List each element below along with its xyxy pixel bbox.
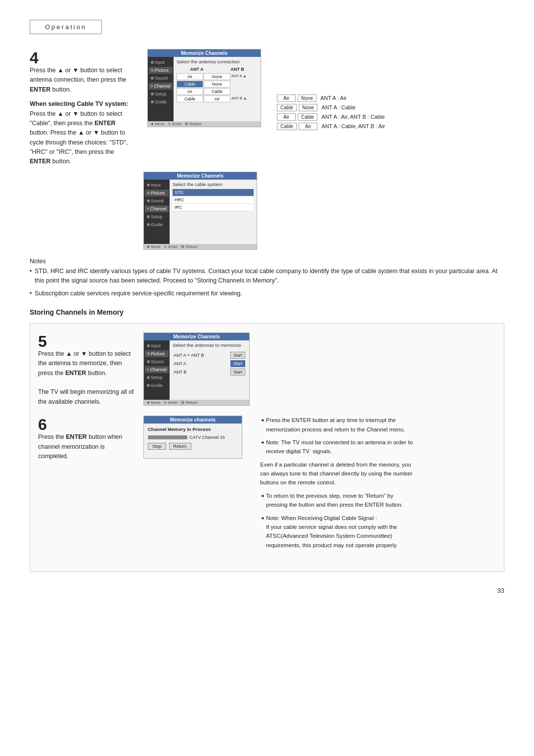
return-button[interactable]: Return — [169, 443, 191, 450]
tv-sidebar-5: Input Picture Sound Channel Setup Guide — [144, 340, 170, 400]
side-table-row-4: Cable Air ANT A : Cable, ANT B : Air — [277, 123, 385, 130]
right-note-5: Note: When Receiving Digital Cable Signa… — [260, 514, 413, 550]
progress-bar — [148, 435, 187, 439]
notes-item-2: Subscription cable services require serv… — [30, 289, 504, 298]
notes-item-1: STD, HRC and IRC identify various types … — [30, 267, 504, 286]
tv-footer-1: ◄ Move ⊙ Enter ⊞ Return — [148, 121, 261, 127]
right-note-2: Note: The TV must be connected to an ant… — [260, 438, 413, 456]
step4-number: 4 — [30, 50, 138, 66]
side-table: Air None ANT A : Air Cable None ANT A : … — [277, 94, 385, 130]
step4-cable-header: When selecting Cable TV system: — [30, 99, 129, 109]
right-notes: Press the ENTER button at any time to in… — [260, 416, 413, 554]
step4-section: 4 Press the ▲ or ▼ button to select ante… — [30, 49, 504, 250]
right-note-4: To return to the previous step, move to … — [260, 491, 413, 510]
tv-sidebar-2: Input Picture Sound Channel Setup Guide — [144, 180, 170, 244]
tv-screen-2: Memorize Channels Input Picture Sound Ch… — [143, 172, 257, 250]
step5-number: 5 — [38, 333, 134, 349]
page-number: 33 — [30, 587, 504, 594]
right-note-3: Even if a particular channel is deleted … — [260, 460, 413, 487]
step6-number: 6 — [38, 417, 134, 432]
channel-memory-title: Memorize channels — [144, 416, 242, 424]
right-note-1: Press the ENTER button at any time to in… — [260, 416, 413, 434]
tv-footer-5: ◄ Move ⊙ Enter ⊞ Return — [144, 400, 249, 405]
side-table-row-3: Air Cable ANT A : Air, ANT B : Cable — [277, 113, 385, 121]
progress-label: CATV Channel 15 — [189, 435, 225, 440]
channel-memory-subtitle: Channel Memory in Process — [148, 426, 238, 432]
step6-text: Press the ENTER button when channel memo… — [38, 432, 134, 461]
tv-screen-1-title: Memorize Channels — [148, 49, 261, 57]
tv-sidebar-1: Input Picture Sound Channel Setup Guide — [148, 57, 174, 121]
side-table-row-1: Air None ANT A : Air — [277, 94, 385, 102]
tv-footer-2: ◄ Move ⊙ Enter ⊞ Return — [144, 244, 257, 249]
stop-button[interactable]: Stop — [148, 443, 166, 450]
step4-text: Press the ▲ or ▼ button to select antenn… — [30, 66, 129, 167]
cable-list-item-hrc: HRC — [173, 196, 254, 204]
channel-memory-screen: Memorize channels Channel Memory in Proc… — [143, 416, 242, 459]
cable-list-item-std: STD — [173, 189, 254, 196]
notes-section: Notes STD, HRC and IRC identify various … — [30, 258, 504, 298]
tv-screen-2-title: Memorize Channels — [144, 172, 257, 180]
tv-screen-1: Memorize Channels Input Picture Sound Ch… — [147, 49, 261, 127]
tv-screen-5-title: Memorize Channels — [144, 333, 249, 340]
tv-screen-5: Memorize Channels Input Picture Sound Ch… — [143, 332, 250, 406]
step5-text: Press the ▲ or ▼ button to select the an… — [38, 349, 134, 407]
cable-list-item-irc: IRC — [173, 204, 254, 211]
header-title: Operation — [45, 23, 87, 31]
side-table-row-2: Cable None ANT A : Cable — [277, 104, 385, 111]
operation-header: Operation — [30, 20, 102, 34]
notes-title: Notes — [30, 258, 504, 265]
storing-channels-heading: Storing Channels in Memory — [30, 308, 504, 316]
storing-channels-section: Storing Channels in Memory 5 Press the ▲… — [30, 308, 504, 572]
